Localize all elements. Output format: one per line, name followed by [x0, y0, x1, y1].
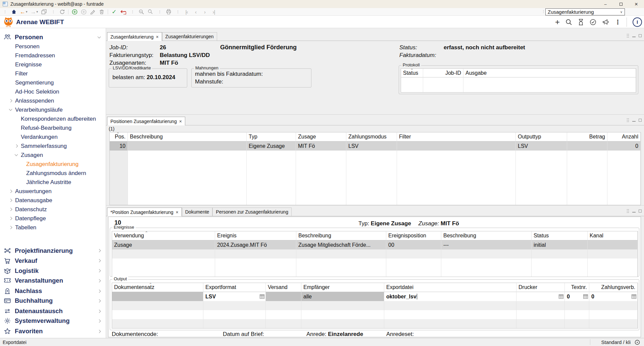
- column-header-beschreibung[interactable]: Beschreibung: [128, 132, 247, 141]
- maximize-button[interactable]: [613, 0, 629, 8]
- sidebar-item-datenschutz[interactable]: Datenschutz: [0, 205, 106, 214]
- panel-maximize-icon[interactable]: [639, 119, 642, 122]
- panel-minimize-icon[interactable]: [632, 121, 636, 122]
- sidebar-module-projektfinanzierung[interactable]: Projektfinanzierung: [0, 246, 106, 256]
- column-header-ereignisposition[interactable]: Ereignisposition: [386, 231, 441, 240]
- column-header-zahlungsverb[interactable]: Zahlungsverb.: [589, 283, 638, 292]
- sidebar-item-jaehrliche-austritte[interactable]: Jährliche Austritte: [0, 178, 106, 187]
- column-header-betrag[interactable]: Betrag: [567, 132, 607, 141]
- edit-button[interactable]: [90, 8, 96, 15]
- panel-grip-icon[interactable]: [627, 209, 629, 213]
- cell-textnr[interactable]: 0: [565, 292, 589, 301]
- status-indicator-icon[interactable]: [635, 340, 640, 345]
- column-header-ausgabe[interactable]: Ausgabe: [463, 69, 636, 77]
- first-record-button[interactable]: |‹: [184, 8, 190, 15]
- column-header-zusage[interactable]: Zusage: [296, 132, 346, 141]
- module-selector[interactable]: Zusagenfakturierung ∨: [545, 8, 625, 15]
- column-header-empfaenger[interactable]: Empfänger: [301, 283, 384, 292]
- column-header-outputtyp[interactable]: Outputtyp: [516, 132, 567, 141]
- grid-lookup-icon[interactable]: [559, 294, 563, 299]
- ereignisse-row-selected[interactable]: Zusage 2024.Zusage.MIT Fö Zusage Mitglie…: [112, 240, 638, 249]
- global-search-button[interactable]: [565, 19, 572, 25]
- sidebar-module-nachlass[interactable]: Nachlass: [0, 286, 106, 296]
- column-header-exportdatei[interactable]: Exportdatei: [384, 283, 516, 292]
- column-header-drucker[interactable]: Drucker: [516, 283, 565, 292]
- positionen-row-selected[interactable]: 10 Eigene Zusage MIT Fö LSV LSV 0: [110, 141, 641, 151]
- column-header-typ[interactable]: Typ: [247, 132, 296, 141]
- sidebar-item-korrespondenzen[interactable]: Korrespondenzen aufbereiten: [0, 114, 106, 123]
- confirm-button[interactable]: ✓: [111, 8, 117, 15]
- sidebar-item-ereignisse[interactable]: Ereignisse: [0, 60, 106, 69]
- announcements-button[interactable]: [602, 19, 609, 25]
- sidebar-item-anlassspenden[interactable]: Anlassspenden: [0, 96, 106, 105]
- sidebar-module-logistik[interactable]: Logistik: [0, 266, 106, 276]
- chevron-down-icon[interactable]: [98, 35, 101, 39]
- sidebar-item-segmentierung[interactable]: Segmentierung: [0, 78, 106, 87]
- sidebar-item-adhoc-selektion[interactable]: Ad-Hoc Selektion: [0, 87, 106, 96]
- column-header-ereignis[interactable]: Ereignis: [215, 231, 296, 240]
- grid-lookup-icon[interactable]: [260, 294, 264, 299]
- sidebar-item-verarbeitungslaeufe[interactable]: Verarbeitungsläufe: [0, 105, 106, 114]
- column-header-beschreibung[interactable]: Beschreibung: [296, 231, 386, 240]
- sidebar-module-veranstaltungen[interactable]: Veranstaltungen: [0, 276, 106, 286]
- sidebar-item-verdankungen[interactable]: Verdankungen: [0, 132, 106, 141]
- sidebar-item-zahlungsmodus-aendern[interactable]: Zahlungsmodus ändern: [0, 169, 106, 178]
- column-header-verwendung[interactable]: Verwendung^: [112, 231, 215, 240]
- sidebar-module-buchhaltung[interactable]: Buchhaltung: [0, 296, 106, 306]
- tab-zusagenfakturierungen[interactable]: Zusagenfakturierungen: [162, 32, 217, 41]
- add-button[interactable]: [71, 8, 78, 15]
- sidebar-item-filter[interactable]: Filter: [0, 69, 106, 78]
- back-dropdown-icon[interactable]: ▾: [26, 10, 28, 13]
- prev-record-button[interactable]: ‹: [193, 8, 199, 15]
- sidebar-module-systemverwaltung[interactable]: Systemverwaltung: [0, 316, 106, 326]
- column-header-versand[interactable]: Versand: [266, 283, 301, 292]
- tab-zusagenfakturierung[interactable]: Zusagenfakturierung ×: [107, 32, 162, 41]
- panel-grip-icon[interactable]: [627, 34, 629, 38]
- more-menu-button[interactable]: ⋮: [615, 18, 621, 26]
- sidebar-item-personen[interactable]: Personen: [0, 42, 106, 51]
- delete-button[interactable]: [99, 8, 105, 15]
- refresh-button[interactable]: [59, 8, 65, 15]
- sidebar-item-datenausgabe[interactable]: Datenausgabe: [0, 196, 106, 205]
- sidebar-item-auswertungen[interactable]: Auswertungen: [0, 187, 106, 196]
- output-row[interactable]: LSV alle oktober_lsv 0: [112, 292, 638, 301]
- sidebar-item-fremdadressen[interactable]: Fremdadressen: [0, 51, 106, 60]
- cell-exportformat[interactable]: LSV: [203, 292, 266, 301]
- forward-button[interactable]: →▾: [31, 8, 38, 15]
- sidebar-module-verkauf[interactable]: Verkauf: [0, 256, 106, 266]
- minimize-button[interactable]: –: [598, 0, 613, 8]
- sidebar-module-personen[interactable]: Personen: [0, 32, 106, 42]
- column-header-beschreibung2[interactable]: Beschreibung: [441, 231, 532, 240]
- column-header-kanal[interactable]: Kanal: [588, 231, 638, 240]
- user-badge[interactable]: I: [633, 17, 642, 27]
- cell-exportdatei[interactable]: oktober_lsv: [384, 292, 516, 301]
- cell-dokumentensatz[interactable]: [112, 292, 203, 301]
- column-header-jobid[interactable]: Job-ID: [423, 69, 463, 77]
- tab-close-icon[interactable]: ×: [176, 210, 179, 215]
- pending-jobs-button[interactable]: [578, 19, 584, 25]
- column-header-dokumentensatz[interactable]: Dokumentensatz^: [112, 283, 203, 292]
- column-header-status[interactable]: Status^: [401, 69, 423, 77]
- add-secondary-button[interactable]: [81, 8, 87, 15]
- panel-grip-icon[interactable]: [627, 118, 629, 122]
- tab-position-zusagenfakturierung[interactable]: *Position Zusagenfakturierung ×: [107, 208, 182, 216]
- sidebar-item-zusagen[interactable]: Zusagen: [0, 151, 106, 160]
- undo-button[interactable]: [120, 8, 126, 15]
- sidebar-item-tabellen[interactable]: Tabellen: [0, 223, 106, 232]
- column-header-anzahl[interactable]: Anzahl: [607, 132, 641, 141]
- sidebar-item-zusagenfakturierung[interactable]: Zusagenfakturierung: [0, 160, 106, 169]
- grid-lookup-icon[interactable]: [632, 294, 636, 299]
- cell-zahlungsverb[interactable]: 0: [589, 292, 638, 301]
- column-header-zahlungsmodus[interactable]: Zahlungsmodus: [346, 132, 397, 141]
- sidebar-module-datenaustausch[interactable]: Datenaustausch: [0, 306, 106, 316]
- last-record-button[interactable]: ›|: [211, 8, 217, 15]
- back-button[interactable]: ←▾: [20, 8, 28, 15]
- tab-close-icon[interactable]: ×: [156, 34, 158, 40]
- close-button[interactable]: ✕: [629, 0, 644, 8]
- forward-dropdown-icon[interactable]: ▾: [37, 10, 38, 13]
- sidebar-item-refuse-bearbeitung[interactable]: Refusé-Bearbeitung: [0, 123, 106, 132]
- tab-personen-zur-zusagenfakturierung[interactable]: Personen zur Zusagenfakturierung: [212, 208, 292, 216]
- new-button[interactable]: +: [555, 18, 560, 26]
- column-header-pos[interactable]: Pos.^: [110, 132, 128, 141]
- column-header-exportformat[interactable]: Exportformat: [203, 283, 266, 292]
